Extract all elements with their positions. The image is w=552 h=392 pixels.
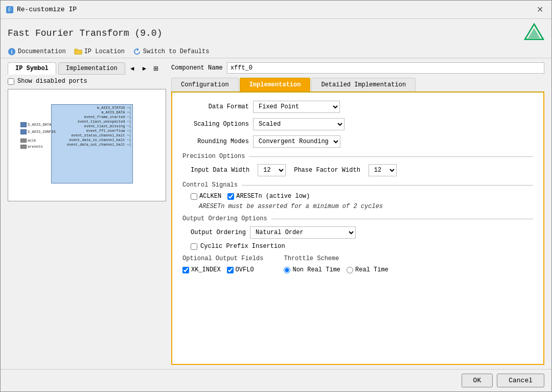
cyclic-prefix-row: Cyclic Prefix Insertion	[191, 243, 533, 250]
scaling-options-label: Scaling Options	[182, 121, 249, 128]
svg-text:F: F	[8, 7, 11, 13]
switch-defaults-button[interactable]: Switch to Defaults	[133, 48, 210, 56]
real-time-radio[interactable]	[347, 267, 353, 273]
component-name-input[interactable]	[227, 62, 544, 74]
switch-defaults-label: Switch to Defaults	[143, 48, 210, 55]
doc-label: Documentation	[18, 48, 66, 55]
data-format-row: Data Format Fixed Point Floating Point	[182, 101, 533, 113]
rounding-modes-label: Rounding Modes	[182, 138, 249, 145]
optional-check-row: XK_INDEX OVFLO	[182, 266, 263, 273]
show-disabled-row: Show disabled ports	[8, 78, 166, 85]
ovflo-label: OVFLO	[236, 266, 254, 273]
close-button[interactable]: ✕	[534, 4, 546, 15]
port-connector-s-axis-data	[20, 122, 27, 127]
port-event-tlast-unexpected: event_tlast_unexpected ─|	[78, 120, 131, 124]
port-s-axis-config-label: S_AXIS_CONFIG	[28, 130, 56, 134]
port-m-axis-data: m_AXIS_DATA ─|	[101, 110, 131, 114]
output-ordering-select[interactable]: Natural Order Bit/Digit Reversed Order	[250, 226, 356, 239]
port-connector-s-axis-config	[20, 129, 27, 134]
optional-fields-section: Optional Output Fields XK_INDEX OVFLO	[182, 255, 533, 276]
tab-ip-symbol[interactable]: IP Symbol	[8, 62, 56, 75]
cyclic-prefix-checkbox[interactable]	[191, 243, 197, 250]
scaling-options-row: Scaling Options Scaled Unscaled Block Fl…	[182, 118, 533, 130]
throttle-radio-row: Non Real Time Real Time	[284, 266, 388, 273]
control-signals-check-row: ACLKEN ARESETn (active low)	[191, 193, 533, 200]
config-tabs: Configuration Implementation Detailed Im…	[171, 78, 544, 93]
aresetn-check-item: ARESETn (active low)	[227, 193, 310, 200]
input-data-width-select[interactable]: 8 12 16 24 32	[258, 164, 286, 176]
port-s-axis-data-label: S_AXIS_DATA	[28, 123, 51, 127]
svg-text:i: i	[11, 49, 12, 55]
right-arrow[interactable]: ►	[140, 64, 150, 73]
data-format-select[interactable]: Fixed Point Floating Point	[253, 101, 340, 113]
title-bar: F Re-customize IP ✕	[1, 1, 551, 19]
aclken-check-item: ACLKEN	[191, 193, 221, 200]
non-real-time-item: Non Real Time	[284, 266, 340, 273]
control-signals-section-title: Control Signals	[182, 181, 533, 189]
aclken-checkbox[interactable]	[191, 193, 197, 200]
left-arrow[interactable]: ◄	[127, 64, 137, 73]
component-name-label: Component Name	[171, 64, 223, 72]
port-s-axis-data-row: S_AXIS_DATA	[20, 122, 56, 127]
refresh-icon	[133, 48, 141, 56]
app-title-text: Fast Fourier Transform (9.0)	[8, 28, 162, 38]
port-connector-aclk	[20, 139, 27, 143]
non-real-time-label: Non Real Time	[292, 266, 340, 273]
aresetn-checkbox[interactable]	[227, 193, 234, 200]
tab-implementation[interactable]: Implementation	[58, 62, 125, 75]
svg-marker-6	[137, 48, 139, 51]
tab-configuration[interactable]: Configuration	[171, 78, 239, 91]
port-connector-aresetn	[20, 145, 27, 149]
right-panel: Component Name Configuration Implementat…	[171, 62, 544, 365]
output-ordering-section-title: Output Ordering Options	[182, 215, 533, 222]
optional-output-title: Optional Output Fields	[182, 255, 263, 262]
port-event-data-in-halt: event_data_in_channel_halt ─|	[69, 138, 131, 142]
component-name-row: Component Name	[171, 62, 544, 74]
input-data-width-label: Input Data Width	[191, 167, 249, 174]
documentation-button[interactable]: i Documentation	[8, 48, 66, 56]
phase-factor-width-select[interactable]: 8 12 16 24 32	[369, 164, 397, 176]
port-event-tlast-missing: event_tlast_missing ─|	[84, 124, 131, 128]
component-diagram: m_AXIS_STATUS ─| m_AXIS_DATA ─| event_fr…	[20, 99, 153, 191]
data-format-label: Data Format	[182, 103, 249, 110]
port-event-fft-overflow: event_fft_overflow ─|	[86, 129, 131, 133]
window-icon: F	[6, 6, 14, 14]
output-ordering-row: Output Ordering Natural Order Bit/Digit …	[191, 226, 533, 239]
xk-index-checkbox[interactable]	[182, 267, 189, 273]
port-aresetn-row: aresetn	[20, 145, 56, 149]
precision-row: Input Data Width 8 12 16 24 32 Phase Fac…	[191, 164, 533, 176]
port-aclk-label: aclk	[28, 139, 36, 143]
tab-implementation-active[interactable]: Implementation	[240, 78, 311, 91]
optional-block: Optional Output Fields XK_INDEX OVFLO	[182, 255, 263, 276]
rounding-modes-select[interactable]: Convergent Rounding Truncation Round Hal…	[253, 135, 340, 148]
cancel-button[interactable]: Cancel	[497, 374, 544, 387]
tab-detailed-implementation[interactable]: Detailed Implementation	[311, 78, 416, 91]
window-title: Re-customize IP	[17, 6, 77, 13]
aresetn-label: ARESETn (active low)	[236, 193, 310, 200]
ok-button[interactable]: OK	[462, 374, 493, 387]
bottom-bar: OK Cancel	[1, 369, 551, 391]
non-real-time-radio[interactable]	[284, 267, 290, 273]
layout-button[interactable]: ⊞	[151, 64, 160, 73]
toolbar: i Documentation IP Location Switch to De…	[1, 45, 551, 58]
show-disabled-checkbox[interactable]	[8, 78, 14, 85]
real-time-label: Real Time	[355, 266, 388, 273]
scaling-options-select[interactable]: Scaled Unscaled Block Floating Point	[253, 118, 344, 130]
ip-location-button[interactable]: IP Location	[74, 48, 125, 56]
port-aclk-row: aclk	[20, 139, 56, 143]
throttle-title: Throttle Scheme	[284, 255, 388, 262]
phase-factor-width-label: Phase Factor Width	[294, 167, 360, 174]
svg-marker-3	[528, 28, 540, 38]
app-title-row: Fast Fourier Transform (9.0)	[1, 19, 551, 45]
ovflo-checkbox[interactable]	[227, 267, 234, 273]
port-m-axis-status: m_AXIS_STATUS ─|	[97, 106, 131, 110]
title-bar-left: F Re-customize IP	[6, 6, 77, 14]
doc-icon: i	[8, 48, 16, 56]
main-content: IP Symbol Implementation ◄ ► ⊞ Show disa…	[1, 58, 551, 369]
aclken-label: ACLKEN	[199, 193, 221, 200]
config-panel: Data Format Fixed Point Floating Point S…	[171, 93, 544, 365]
precision-section-title: Precision Options	[182, 153, 533, 160]
left-panel: IP Symbol Implementation ◄ ► ⊞ Show disa…	[8, 62, 166, 365]
aresetn-note: ARESETn must be asserted for a minimum o…	[199, 203, 533, 210]
ip-symbol-box: m_AXIS_STATUS ─| m_AXIS_DATA ─| event_fr…	[8, 89, 166, 201]
